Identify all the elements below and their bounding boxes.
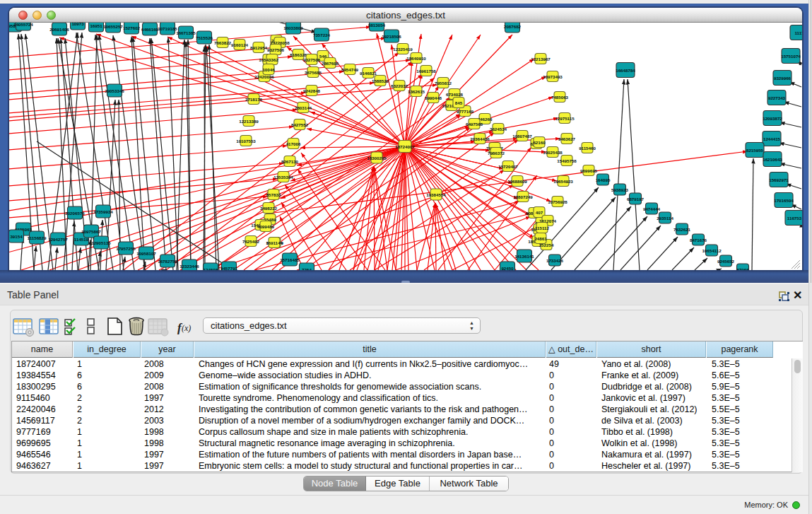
svg-text:7485063: 7485063 bbox=[551, 95, 569, 100]
svg-text:8912954: 8912954 bbox=[250, 45, 268, 50]
svg-text:15720407: 15720407 bbox=[498, 164, 518, 169]
svg-text:12325419: 12325419 bbox=[393, 47, 413, 52]
svg-text:1733426: 1733426 bbox=[546, 258, 564, 263]
svg-text:12323446: 12323446 bbox=[180, 264, 199, 269]
svg-text:20206576: 20206576 bbox=[65, 211, 85, 216]
svg-text:16671385: 16671385 bbox=[176, 30, 196, 35]
svg-text:1117: 1117 bbox=[794, 30, 802, 35]
svg-text:29053346: 29053346 bbox=[105, 88, 124, 93]
svg-text:3498222: 3498222 bbox=[260, 206, 278, 211]
svg-text:8471676: 8471676 bbox=[690, 238, 707, 243]
svg-text:8186328: 8186328 bbox=[290, 52, 307, 57]
svg-text:7254: 7254 bbox=[302, 267, 312, 271]
svg-text:18724007: 18724007 bbox=[395, 144, 415, 149]
svg-text:9115460: 9115460 bbox=[579, 146, 596, 151]
svg-text:10046: 10046 bbox=[262, 67, 275, 72]
svg-text:7515526: 7515526 bbox=[196, 35, 213, 40]
svg-text:15751074: 15751074 bbox=[781, 54, 801, 59]
svg-text:2718176: 2718176 bbox=[245, 97, 263, 102]
svg-text:3675685: 3675685 bbox=[305, 70, 322, 75]
svg-text:10958107: 10958107 bbox=[136, 251, 156, 256]
svg-text:9146821: 9146821 bbox=[360, 71, 377, 76]
svg-text:116753: 116753 bbox=[787, 216, 802, 221]
svg-text:1588520: 1588520 bbox=[372, 78, 389, 83]
svg-text:124508: 124508 bbox=[204, 267, 218, 271]
svg-text:24861: 24861 bbox=[534, 236, 547, 241]
svg-text:7986372: 7986372 bbox=[488, 151, 505, 156]
svg-text:10719185: 10719185 bbox=[158, 26, 177, 31]
svg-text:16033809: 16033809 bbox=[283, 25, 303, 30]
svg-text:11156829: 11156829 bbox=[28, 235, 47, 240]
svg-text:10025438: 10025438 bbox=[543, 150, 563, 155]
svg-text:12905135: 12905135 bbox=[91, 240, 111, 245]
svg-text:12942757: 12942757 bbox=[48, 237, 68, 242]
svg-text:164095: 164095 bbox=[596, 177, 611, 182]
svg-text:15495758: 15495758 bbox=[557, 158, 577, 163]
svg-text:5938923: 5938923 bbox=[611, 187, 629, 192]
svg-text:13535394: 13535394 bbox=[273, 175, 293, 180]
svg-text:8267130: 8267130 bbox=[281, 159, 299, 164]
svg-text:2867608: 2867608 bbox=[322, 61, 339, 66]
svg-text:4099489: 4099489 bbox=[257, 224, 275, 229]
svg-text:7625402: 7625402 bbox=[242, 239, 260, 244]
svg-text:17016504: 17016504 bbox=[774, 198, 794, 203]
svg-text:17957255: 17957255 bbox=[116, 246, 136, 251]
svg-text:16961758: 16961758 bbox=[416, 69, 436, 74]
svg-text:12213389: 12213389 bbox=[239, 119, 259, 124]
svg-text:9242848: 9242848 bbox=[303, 88, 321, 93]
svg-text:10975867: 10975867 bbox=[81, 229, 101, 234]
svg-text:10807487: 10807487 bbox=[512, 134, 532, 139]
svg-text:1244415: 1244415 bbox=[763, 136, 781, 141]
svg-text:18300295: 18300295 bbox=[367, 156, 387, 160]
svg-text:2087682: 2087682 bbox=[504, 24, 522, 29]
svg-text:19654923: 19654923 bbox=[553, 179, 573, 184]
svg-text:62160: 62160 bbox=[533, 140, 546, 145]
svg-text:8454749: 8454749 bbox=[341, 67, 359, 72]
svg-text:16782759: 16782759 bbox=[158, 259, 177, 264]
svg-text:8215955: 8215955 bbox=[746, 148, 764, 153]
svg-text:417006: 417006 bbox=[286, 141, 301, 146]
svg-text:10654112: 10654112 bbox=[702, 248, 722, 253]
svg-text:9463627: 9463627 bbox=[558, 136, 576, 141]
svg-text:10107553: 10107553 bbox=[236, 139, 256, 144]
svg-text:845: 845 bbox=[455, 100, 463, 105]
svg-text:9474444: 9474444 bbox=[643, 206, 661, 211]
svg-text:8427552: 8427552 bbox=[291, 122, 309, 127]
svg-text:2803144: 2803144 bbox=[295, 105, 312, 110]
svg-text:16951: 16951 bbox=[90, 23, 102, 28]
svg-text:7632621: 7632621 bbox=[673, 227, 691, 232]
svg-text:9457791: 9457791 bbox=[220, 266, 238, 271]
svg-text:1691144: 1691144 bbox=[266, 240, 283, 245]
svg-text:6879197: 6879197 bbox=[627, 197, 645, 201]
svg-text:19218506: 19218506 bbox=[382, 34, 401, 39]
svg-text:10973: 10973 bbox=[71, 23, 84, 26]
svg-text:10688609: 10688609 bbox=[507, 179, 527, 184]
svg-text:12213967: 12213967 bbox=[531, 57, 551, 62]
svg-text:20364436: 20364436 bbox=[470, 136, 490, 141]
svg-text:92450: 92450 bbox=[501, 266, 514, 271]
svg-text:9699695: 9699695 bbox=[580, 168, 598, 173]
svg-text:9327508: 9327508 bbox=[303, 57, 321, 62]
svg-text:17359934: 17359934 bbox=[93, 209, 113, 214]
svg-text:7955812: 7955812 bbox=[435, 81, 452, 86]
svg-text:10756928: 10756928 bbox=[548, 199, 567, 204]
svg-text:115112: 115112 bbox=[535, 226, 550, 230]
svg-text:(x): (x) bbox=[182, 323, 191, 333]
svg-text:857833: 857833 bbox=[266, 192, 281, 197]
svg-text:7663822: 7663822 bbox=[214, 40, 232, 45]
svg-text:15716485: 15716485 bbox=[280, 257, 300, 262]
svg-text:16648784: 16648784 bbox=[616, 68, 635, 73]
svg-text:9329966: 9329966 bbox=[774, 76, 792, 81]
svg-text:10655257: 10655257 bbox=[103, 24, 123, 29]
svg-text:2935114: 2935114 bbox=[657, 216, 673, 221]
svg-text:14136141: 14136141 bbox=[514, 254, 534, 259]
svg-text:20691406: 20691406 bbox=[49, 27, 69, 32]
svg-text:3624534: 3624534 bbox=[490, 127, 507, 132]
svg-text:407: 407 bbox=[536, 210, 543, 215]
svg-text:9227343: 9227343 bbox=[768, 95, 786, 100]
svg-text:43362: 43362 bbox=[266, 57, 278, 62]
svg-text:9245652: 9245652 bbox=[717, 259, 735, 264]
svg-text:9160124: 9160124 bbox=[231, 42, 249, 47]
svg-text:18807249: 18807249 bbox=[513, 194, 533, 199]
svg-text:18640910: 18640910 bbox=[406, 56, 426, 61]
